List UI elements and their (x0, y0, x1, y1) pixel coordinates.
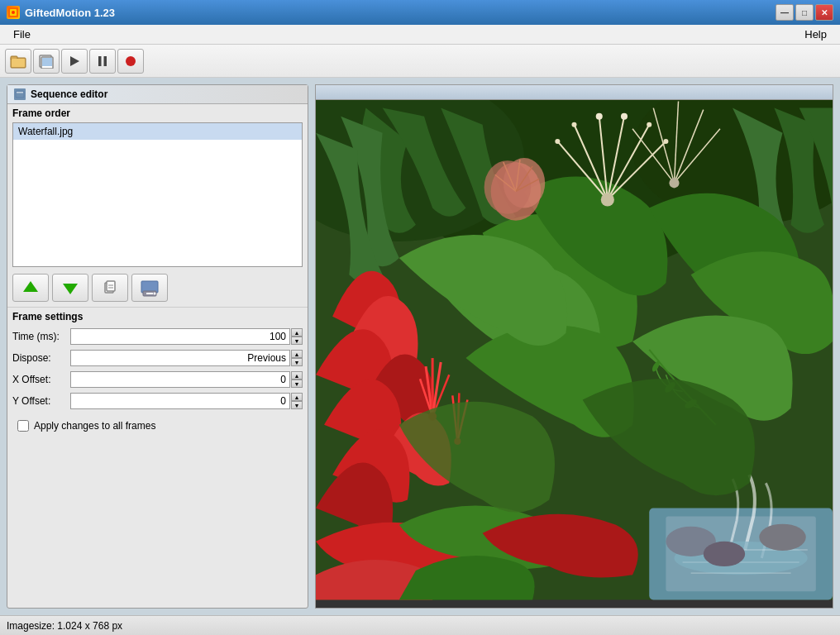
svg-rect-11 (104, 56, 107, 66)
app-icon (7, 6, 20, 19)
title-bar-left: GiftedMotion 1.23 (7, 6, 115, 19)
duplicate-button[interactable] (92, 274, 128, 302)
svg-marker-16 (63, 284, 78, 294)
title-bar: GiftedMotion 1.23 — □ ✕ (0, 0, 840, 25)
yoffset-label: Y Offset: (12, 395, 70, 407)
frame-order-label: Frame order (12, 107, 303, 119)
main-content: Sequence editor Frame order Waterfall.jp… (0, 78, 840, 615)
close-button[interactable]: ✕ (815, 4, 833, 21)
svg-rect-18 (107, 281, 115, 291)
frame-list-item[interactable]: Waterfall.jpg (13, 123, 302, 140)
svg-rect-10 (98, 56, 102, 66)
apply-all-row: Apply changes to all frames (12, 413, 303, 438)
pause-button[interactable] (89, 49, 116, 74)
time-spinner: ▲ ▼ (291, 328, 303, 345)
app-title: GiftedMotion 1.23 (25, 7, 115, 19)
svg-point-47 (669, 178, 679, 188)
time-spin-down[interactable]: ▼ (291, 337, 303, 345)
svg-point-39 (621, 113, 628, 120)
svg-marker-15 (23, 281, 38, 292)
title-controls: — □ ✕ (776, 4, 833, 21)
menu-bar: File Help (0, 25, 840, 45)
yoffset-spin-up[interactable]: ▲ (291, 393, 303, 401)
xoffset-label: X Offset: (12, 374, 70, 385)
svg-rect-8 (42, 58, 52, 66)
preview-header (316, 85, 833, 100)
time-input[interactable] (70, 328, 290, 345)
frame-list[interactable]: Waterfall.jpg (12, 122, 303, 267)
svg-point-67 (759, 524, 805, 551)
apply-all-checkbox[interactable] (17, 420, 29, 432)
frame-order-section: Frame order Waterfall.jpg (7, 104, 308, 269)
svg-rect-5 (12, 59, 25, 67)
yoffset-spin-down[interactable]: ▼ (291, 401, 303, 409)
status-bar: Imagesize: 1.024 x 768 px (0, 615, 840, 635)
svg-point-41 (663, 139, 668, 144)
yoffset-input[interactable] (70, 393, 290, 409)
dispose-row: Dispose: ▲ ▼ (12, 349, 303, 367)
time-row: Time (ms): ▲ ▼ (12, 327, 303, 346)
dispose-input-wrap: ▲ ▼ (70, 350, 303, 366)
left-panel: Sequence editor Frame order Waterfall.jp… (7, 84, 308, 609)
time-spin-up[interactable]: ▲ (291, 328, 303, 337)
xoffset-row: X Offset: ▲ ▼ (12, 370, 303, 389)
maximize-button[interactable]: □ (795, 4, 814, 21)
panel-title: Sequence editor (7, 85, 308, 104)
yoffset-spinner: ▲ ▼ (291, 393, 303, 409)
move-up-button[interactable] (12, 274, 49, 302)
minimize-button[interactable]: — (776, 4, 794, 21)
export-button[interactable] (131, 274, 168, 302)
svg-point-36 (555, 139, 560, 144)
dispose-spinner: ▲ ▼ (291, 350, 303, 366)
frame-buttons (7, 269, 308, 307)
xoffset-input-wrap: ▲ ▼ (70, 371, 303, 388)
apply-all-label: Apply changes to all frames (34, 420, 155, 432)
dispose-input[interactable] (70, 350, 290, 366)
dispose-spin-down[interactable]: ▼ (291, 358, 303, 366)
toolbar (0, 45, 840, 78)
menu-file[interactable]: File (7, 26, 37, 42)
svg-rect-23 (146, 293, 153, 294)
svg-point-38 (596, 113, 603, 120)
sequence-editor-title: Sequence editor (31, 88, 107, 100)
preview-image (316, 100, 833, 608)
preview-panel (315, 84, 833, 609)
yoffset-row: Y Offset: ▲ ▼ (12, 392, 303, 410)
imagesize-label: Imagesize: 1.024 x 768 px (7, 620, 122, 632)
frames-button[interactable] (33, 49, 60, 74)
svg-point-35 (601, 193, 614, 206)
time-label: Time (ms): (12, 331, 70, 342)
svg-point-37 (571, 122, 576, 127)
play-button[interactable] (61, 49, 88, 74)
svg-point-2 (12, 11, 15, 14)
move-down-button[interactable] (52, 274, 88, 302)
garden-scene (316, 100, 833, 608)
svg-rect-14 (17, 92, 23, 93)
xoffset-spin-up[interactable]: ▲ (291, 371, 303, 380)
record-button[interactable] (117, 49, 144, 74)
svg-point-24 (154, 293, 156, 295)
menu-help[interactable]: Help (798, 26, 833, 42)
svg-point-12 (126, 56, 136, 66)
xoffset-spinner: ▲ ▼ (291, 371, 303, 388)
xoffset-spin-down[interactable]: ▼ (291, 380, 303, 388)
sequence-icon (14, 88, 26, 100)
dispose-label: Dispose: (12, 352, 70, 364)
time-input-wrap: ▲ ▼ (70, 328, 303, 345)
dispose-spin-up[interactable]: ▲ (291, 350, 303, 358)
frame-settings-section: Frame settings Time (ms): ▲ ▼ Dispose: ▲ (7, 307, 308, 608)
frame-settings-title: Frame settings (12, 311, 303, 322)
svg-point-66 (704, 542, 745, 566)
open-button[interactable] (5, 49, 31, 74)
svg-marker-9 (70, 56, 79, 66)
yoffset-input-wrap: ▲ ▼ (70, 393, 303, 409)
xoffset-input[interactable] (70, 371, 290, 388)
svg-point-40 (647, 122, 651, 127)
